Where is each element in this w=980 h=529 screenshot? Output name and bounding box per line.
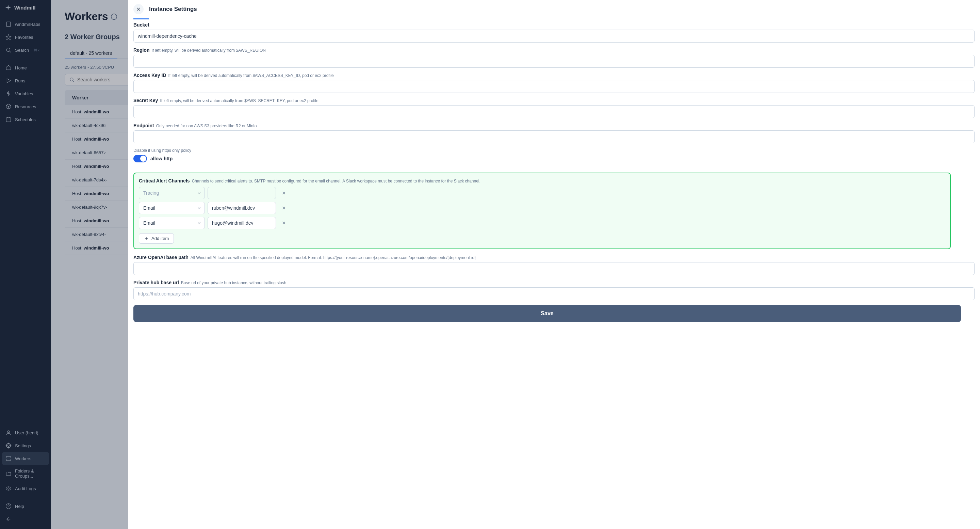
close-icon [282,221,286,225]
hub-label: Private hub base url [134,280,179,285]
endpoint-input[interactable] [134,131,975,143]
channel-type-select[interactable]: Email [139,217,205,229]
modal-body: Bucket Region If left empty, will be der… [128,19,980,529]
hub-input[interactable] [134,287,975,300]
close-button[interactable] [134,4,143,14]
hub-hint: Base url of your private hub instance, w… [181,280,286,285]
azure-label: Azure OpenAI base path [134,255,189,260]
close-icon [136,6,141,12]
add-item-label: Add item [151,236,169,241]
secret-key-input[interactable] [134,105,975,118]
remove-channel-button[interactable] [279,203,289,213]
region-hint: If left empty, will be derived automatic… [151,48,266,53]
endpoint-label: Endpoint [134,123,154,128]
close-icon [282,191,286,195]
modal-overlay: Instance Settings Bucket Region If left … [0,0,980,529]
allow-http-label: allow http [150,156,172,161]
remove-channel-button[interactable] [279,218,289,228]
add-item-button[interactable]: Add item [139,233,174,244]
critical-alert-section: Critical Alert Channels Channels to send… [134,172,951,249]
access-key-label: Access Key ID [134,73,166,78]
channel-value-input[interactable] [208,187,276,199]
channel-type-select[interactable]: Email [139,202,205,214]
instance-settings-modal: Instance Settings Bucket Region If left … [128,0,980,529]
modal-header: Instance Settings [128,0,980,18]
critical-label: Critical Alert Channels [139,178,190,183]
region-label: Region [134,47,150,53]
azure-hint: All Windmill AI features will run on the… [191,255,476,260]
access-key-input[interactable] [134,80,975,93]
channel-row: Email [139,217,945,229]
endpoint-hint: Only needed for non AWS S3 providers lik… [156,124,257,128]
region-input[interactable] [134,55,975,68]
channel-type-select[interactable]: Tracing [139,187,205,199]
save-button[interactable]: Save [134,305,961,322]
critical-hint: Channels to send critical alerts to. SMT… [192,179,480,183]
channel-row: Tracing [139,187,945,199]
channel-value-input[interactable] [208,202,276,214]
modal-title: Instance Settings [149,6,197,13]
secret-key-label: Secret Key [134,98,158,103]
http-toggle-hint: Disable if using https only policy [134,148,975,153]
access-key-hint: If left empty, will be derived automatic… [169,73,334,78]
secret-key-hint: If left empty, will be derived automatic… [160,99,318,103]
bucket-label: Bucket [134,22,150,27]
remove-channel-button[interactable] [279,188,289,198]
plus-icon [144,236,149,241]
allow-http-toggle[interactable] [134,155,147,163]
channel-value-input[interactable] [208,217,276,229]
azure-input[interactable] [134,262,975,275]
bucket-input[interactable] [134,30,975,43]
channel-row: Email [139,202,945,214]
close-icon [282,206,286,210]
